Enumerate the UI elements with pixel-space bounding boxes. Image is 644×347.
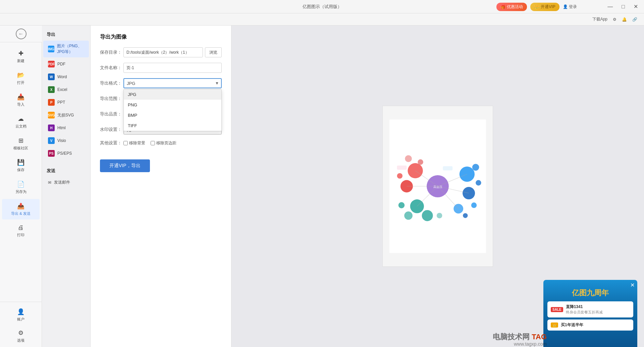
- saveas-icon: 📄: [17, 181, 24, 188]
- other-control: 移除背景 移除页边距: [123, 140, 222, 146]
- sidebar-item-cloud[interactable]: ☁ 云文档: [2, 112, 40, 132]
- remove-border-checkbox[interactable]: 移除页边距: [151, 140, 176, 146]
- range-label: 导出范围：: [100, 96, 123, 102]
- svg-point-5: [472, 164, 479, 171]
- ppt-file-icon: P: [48, 99, 55, 106]
- restore-button[interactable]: □: [619, 2, 628, 11]
- format-option-bmp-item[interactable]: BMP: [124, 110, 221, 120]
- sidebar-label-import: 导入: [17, 102, 24, 107]
- ps-file-icon: PS: [48, 150, 55, 157]
- svg-point-17: [398, 202, 405, 208]
- format-option-jpg-item[interactable]: JPG: [124, 89, 221, 100]
- export-menu-visio[interactable]: V Visio: [43, 135, 89, 147]
- promo-card-2-main: 买1年送半年: [561, 322, 583, 328]
- export-menu-ppt-label: PPT: [57, 100, 65, 105]
- promo-popup-close[interactable]: ✕: [630, 283, 635, 288]
- export-menu-html[interactable]: H Html: [43, 122, 89, 134]
- export-menu-ps-label: PS/EPS: [57, 151, 72, 156]
- export-menu-excel[interactable]: X Excel: [43, 84, 89, 96]
- other-settings-row: 其他设置： 移除背景 移除页边距: [100, 140, 222, 146]
- excel-file-icon: X: [48, 86, 55, 93]
- remove-bg-label: 移除背景: [129, 140, 145, 146]
- sidebar-item-new[interactable]: ✚ 新建: [2, 46, 40, 67]
- preview-inner: 高血压: [389, 119, 486, 253]
- close-button[interactable]: ✕: [631, 2, 641, 11]
- svg-point-4: [453, 204, 463, 213]
- send-section-title: 发送: [42, 165, 90, 177]
- sidebar-item-template[interactable]: ⊞ 模板社区: [2, 134, 40, 154]
- notification-icon[interactable]: 🔔: [622, 17, 627, 22]
- sidebar-item-open[interactable]: 📂 打开: [2, 68, 40, 89]
- format-option-tiff-item[interactable]: TIFF: [124, 120, 221, 131]
- settings-icon[interactable]: ⚙: [613, 17, 616, 22]
- html-file-icon: H: [48, 125, 55, 131]
- minimize-button[interactable]: —: [605, 2, 615, 11]
- quality-label: 导出品质：: [100, 111, 123, 117]
- promo-card-1[interactable]: SALE 直降1341 终身会员套餐五折再减: [547, 301, 633, 317]
- sidebar-item-export[interactable]: 📤 导出 & 发送: [2, 199, 40, 219]
- save-dir-control: 浏览: [123, 47, 222, 57]
- filename-input[interactable]: [123, 63, 222, 73]
- promo-card-1-main: 直降1341: [566, 304, 603, 310]
- print-icon: 🖨: [18, 224, 24, 231]
- promo-button[interactable]: 🎁 优惠活动: [496, 3, 527, 11]
- browse-button[interactable]: 浏览: [205, 47, 222, 57]
- format-select[interactable]: JPG PNG BMP TIFF: [123, 78, 222, 88]
- sidebar-item-saveas[interactable]: 📄 另存为: [2, 177, 40, 198]
- sidebar-item-import[interactable]: 📥 导入: [2, 90, 40, 110]
- remove-border-input[interactable]: [151, 141, 155, 145]
- sidebar-item-options[interactable]: ⚙ 选项: [2, 326, 40, 346]
- sidebar-label-saveas: 另存为: [15, 189, 26, 194]
- share-icon[interactable]: 🔗: [632, 17, 637, 22]
- sidebar-label-template: 模板社区: [13, 146, 28, 151]
- login-button[interactable]: 👤 登录: [563, 4, 577, 10]
- svg-file-icon: SVG: [48, 112, 55, 118]
- send-email-label: 发送邮件: [54, 180, 70, 185]
- vip-button[interactable]: 👑 开通VIP: [530, 3, 559, 11]
- sidebar-item-account[interactable]: 👤 账户: [2, 305, 40, 325]
- save-dir-input[interactable]: [123, 47, 203, 57]
- user-icon: 👤: [563, 4, 568, 9]
- export-menu-svg[interactable]: SVG 无损SVG: [43, 109, 89, 121]
- export-menu-ps[interactable]: PS PS/EPS: [43, 147, 89, 159]
- format-control: JPG PNG BMP TIFF ▼ JPG PNG BMP TIFF: [123, 78, 222, 88]
- export-menu-email[interactable]: ✉ 发送邮件: [43, 177, 89, 188]
- remove-bg-checkbox[interactable]: 移除背景: [123, 140, 145, 146]
- svg-point-16: [404, 211, 413, 220]
- sidebar-item-save[interactable]: 💾 保存: [2, 155, 40, 176]
- crown-icon: 👑: [534, 5, 539, 9]
- export-menu-image[interactable]: IMG 图片（PNG、JPG等）: [43, 41, 89, 57]
- account-icon: 👤: [17, 308, 24, 315]
- filename-control: [123, 63, 222, 73]
- export-menu-ppt[interactable]: P PPT: [43, 96, 89, 108]
- filename-row: 文件名称： ←: [100, 63, 222, 73]
- svg-point-13: [397, 173, 402, 179]
- export-menu-svg-label: 无损SVG: [57, 112, 74, 118]
- sidebar-label-open: 打开: [17, 80, 24, 85]
- back-circle-icon: ←: [16, 29, 26, 39]
- svg-point-8: [463, 213, 468, 218]
- promo-card-2[interactable]: 👑 买1年送半年: [547, 319, 633, 331]
- sidebar-label-cloud: 云文档: [15, 124, 26, 129]
- download-app-link[interactable]: 下载App: [592, 16, 607, 22]
- sidebar-item-print[interactable]: 🖨 打印: [2, 221, 40, 241]
- title-bar: 亿图图示（试用版） 🎁 优惠活动 👑 开通VIP 👤 登录 — □ ✕: [0, 0, 644, 13]
- export-menu-excel-label: Excel: [57, 87, 67, 92]
- send-section: 发送 ✉ 发送邮件: [42, 165, 90, 188]
- open-icon: 📂: [17, 71, 24, 79]
- export-menu-pdf[interactable]: PDF PDF: [43, 58, 89, 70]
- pdf-file-icon: PDF: [48, 61, 55, 67]
- export-menu-word[interactable]: W Word: [43, 71, 89, 83]
- promo-popup-title: 亿图九周年: [543, 280, 637, 298]
- format-option-png-item[interactable]: PNG: [124, 100, 221, 110]
- mindmap-svg: 高血压: [389, 119, 486, 253]
- format-dropdown-menu: JPG PNG BMP TIFF: [123, 89, 222, 131]
- import-icon: 📥: [17, 93, 24, 101]
- watermark-label: 水印设置：: [100, 127, 123, 133]
- submit-button[interactable]: 开通VIP，导出: [100, 159, 150, 172]
- remove-bg-input[interactable]: [123, 141, 128, 145]
- preview-canvas: 高血压: [382, 106, 493, 267]
- back-button[interactable]: ←: [0, 26, 42, 42]
- format-dropdown-wrapper: JPG PNG BMP TIFF ▼ JPG PNG BMP TIFF: [123, 78, 222, 88]
- form-title: 导出为图像: [100, 34, 222, 41]
